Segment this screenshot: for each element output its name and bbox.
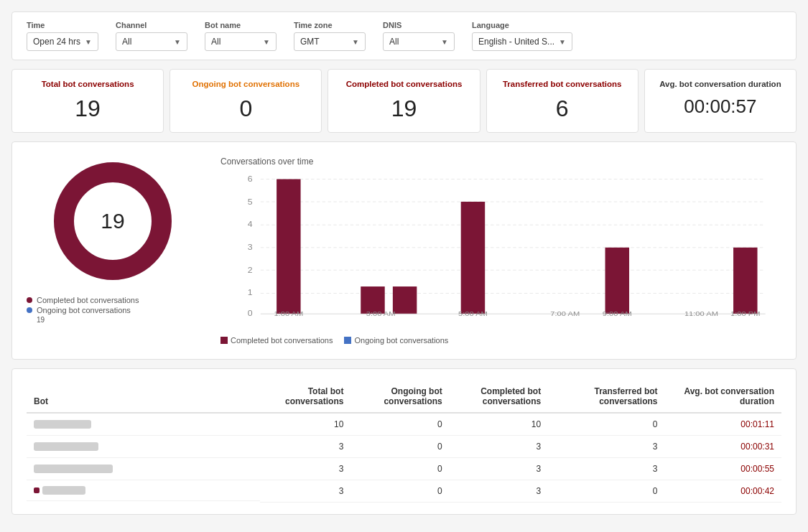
completed-stat-label: Completed bot conversations <box>346 80 463 88</box>
col-total: Total bot conversations <box>260 381 351 413</box>
donut-small-number: 19 <box>37 316 45 324</box>
total-cell: 10 <box>260 413 351 436</box>
bar-5am <box>461 202 485 314</box>
ongoing-cell: 0 <box>350 458 449 480</box>
completed-dot-icon <box>27 297 32 303</box>
time-filter-select[interactable]: Open 24 hrs ▼ <box>27 32 98 51</box>
bar-completed-legend-label: Completed bot conversations <box>231 336 333 345</box>
total-cell: 3 <box>260 458 351 480</box>
botname-filter-label: Bot name <box>205 21 277 29</box>
col-bot: Bot <box>27 381 260 413</box>
avg-cell: 00:00:55 <box>665 458 781 480</box>
table-row: 303300:00:55 <box>27 458 781 480</box>
completed-stat-value: 19 <box>391 95 417 122</box>
timezone-filter-select[interactable]: GMT ▼ <box>294 32 366 51</box>
bar-chart-container: Conversations over time 6 5 4 3 <box>220 157 781 345</box>
chevron-down-icon: ▼ <box>559 38 566 46</box>
completed-cell: 3 <box>450 480 548 503</box>
bar-chart-title: Conversations over time <box>220 157 781 167</box>
channel-filter-label: Channel <box>116 21 187 29</box>
bot-name-cell <box>27 480 260 501</box>
transferred-stat-card: Transferred bot conversations 6 <box>486 69 638 133</box>
bar-ongoing-legend-icon <box>344 337 351 344</box>
donut-ongoing-label: Ongoing bot conversations <box>37 306 131 314</box>
col-completed: Completed bot conversations <box>450 381 548 413</box>
donut-chart: 19 <box>48 157 177 286</box>
svg-text:3:00 AM: 3:00 AM <box>366 310 396 316</box>
col-avg: Avg. bot conversation duration <box>665 381 781 413</box>
bar-1pm <box>733 248 757 314</box>
svg-text:1:00 AM: 1:00 AM <box>274 310 303 316</box>
transferred-stat-value: 6 <box>556 95 569 122</box>
transferred-stat-label: Transferred bot conversations <box>503 80 622 88</box>
svg-text:5: 5 <box>248 198 253 206</box>
chevron-down-icon: ▼ <box>174 38 181 46</box>
bar-330am <box>393 286 417 314</box>
completed-cell: 3 <box>450 436 548 458</box>
avg-cell: 00:01:11 <box>665 413 781 436</box>
bot-name-cell <box>27 413 260 436</box>
bar-chart-svg: 6 5 4 3 2 1 0 <box>220 172 781 316</box>
dnis-filter-group: DNIS All ▼ <box>383 21 455 51</box>
bot-table: Bot Total bot conversations Ongoing bot … <box>27 381 781 503</box>
svg-text:3: 3 <box>248 243 253 251</box>
chevron-down-icon: ▼ <box>263 38 270 46</box>
botname-filter-group: Bot name All ▼ <box>205 21 277 51</box>
donut-center-value: 19 <box>101 209 124 233</box>
total-cell: 3 <box>260 436 351 458</box>
svg-text:9:00 AM: 9:00 AM <box>603 310 632 316</box>
donut-container: 19 Completed bot conversations Ongoing b… <box>27 157 199 324</box>
total-stat-card: Total bot conversations 19 <box>11 69 164 133</box>
chevron-down-icon: ▼ <box>441 38 448 46</box>
stats-row: Total bot conversations 19 Ongoing bot c… <box>11 69 797 133</box>
timezone-filter-group: Time zone GMT ▼ <box>294 21 366 51</box>
total-cell: 3 <box>260 480 351 503</box>
table-row: 10010000:01:11 <box>27 413 781 436</box>
avg-cell: 00:00:31 <box>665 436 781 458</box>
dnis-filter-label: DNIS <box>383 21 455 29</box>
col-ongoing: Ongoing bot conversations <box>350 381 449 413</box>
bar-completed-legend-icon <box>220 337 228 344</box>
total-stat-value: 19 <box>75 95 101 122</box>
bot-name-cell <box>27 458 260 480</box>
svg-text:1: 1 <box>248 289 253 297</box>
charts-section: 19 Completed bot conversations Ongoing b… <box>11 141 797 360</box>
bar-chart-wrap: 6 5 4 3 2 1 0 <box>220 172 781 330</box>
ongoing-cell: 0 <box>350 413 449 436</box>
donut-small-value-label: 19 <box>37 316 199 324</box>
transferred-cell: 3 <box>548 436 664 458</box>
language-filter-select[interactable]: English - United S... ▼ <box>472 32 572 51</box>
ongoing-dot-icon <box>27 307 32 313</box>
time-filter-group: Time Open 24 hrs ▼ <box>27 21 98 51</box>
ongoing-cell: 0 <box>350 480 449 503</box>
avg-stat-value: 00:00:57 <box>684 95 756 118</box>
filter-bar: Time Open 24 hrs ▼ Channel All ▼ Bot nam… <box>11 11 797 60</box>
channel-filter-group: Channel All ▼ <box>116 21 187 51</box>
ongoing-stat-card: Ongoing bot conversations 0 <box>170 69 322 133</box>
bar-1am <box>277 179 300 314</box>
bar-9am <box>605 248 629 314</box>
language-filter-value: English - United S... <box>478 37 554 47</box>
timezone-filter-value: GMT <box>300 37 320 47</box>
botname-filter-select[interactable]: All ▼ <box>205 32 277 51</box>
time-filter-label: Time <box>27 21 98 29</box>
completed-cell: 10 <box>450 413 548 436</box>
bar-chart-legend: Completed bot conversations Ongoing bot … <box>220 336 781 345</box>
donut-legend-ongoing: Ongoing bot conversations <box>27 306 199 314</box>
donut-legend-completed: Completed bot conversations <box>27 296 199 304</box>
svg-text:0: 0 <box>248 309 253 316</box>
dnis-filter-select[interactable]: All ▼ <box>383 32 455 51</box>
bar-ongoing-legend-label: Ongoing bot conversations <box>354 336 448 345</box>
language-filter-label: Language <box>472 21 572 29</box>
table-row: 303000:00:42 <box>27 480 781 503</box>
botname-filter-value: All <box>211 37 220 47</box>
transferred-cell: 0 <box>548 480 664 503</box>
timezone-filter-label: Time zone <box>294 21 366 29</box>
chevron-down-icon: ▼ <box>85 38 92 46</box>
channel-filter-select[interactable]: All ▼ <box>116 32 187 51</box>
avg-stat-label: Avg. bot conversation duration <box>659 80 781 88</box>
bar-legend-completed: Completed bot conversations <box>220 336 333 345</box>
transferred-cell: 3 <box>548 458 664 480</box>
svg-text:4: 4 <box>248 220 253 228</box>
ongoing-stat-value: 0 <box>239 95 252 122</box>
